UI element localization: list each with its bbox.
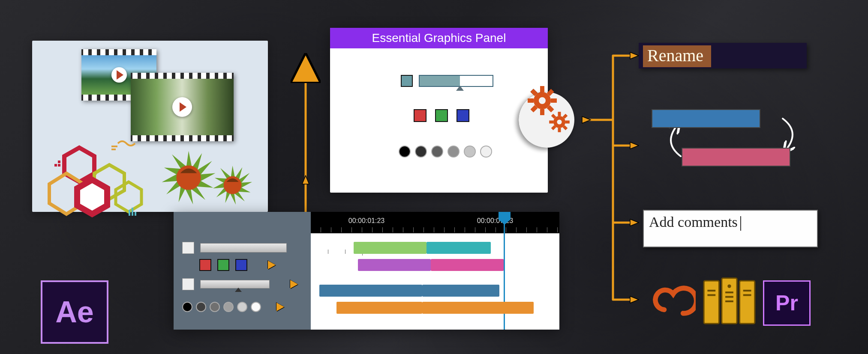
creative-cloud-icon — [651, 278, 696, 323]
layer-slider[interactable] — [200, 280, 270, 289]
svg-marker-12 — [116, 182, 141, 212]
swatch-green[interactable] — [217, 259, 229, 271]
svg-rect-35 — [707, 294, 715, 296]
rename-label: Rename — [643, 45, 711, 67]
dot-1[interactable] — [399, 146, 411, 158]
dot-6[interactable] — [480, 146, 492, 158]
layer-checkbox[interactable] — [182, 278, 194, 290]
svg-marker-6 — [630, 219, 639, 226]
play-icon — [172, 97, 192, 117]
timeline-panel: 00:00:01:23 00:00:07:23 — [174, 212, 559, 330]
track[interactable] — [422, 302, 534, 314]
svg-point-24 — [536, 95, 548, 107]
svg-marker-13 — [77, 180, 107, 214]
after-effects-icon: Ae — [41, 280, 108, 344]
time-label-1: 00:00:01:23 — [348, 217, 385, 225]
dot[interactable] — [223, 302, 234, 312]
track[interactable] — [319, 285, 422, 297]
premiere-icon: Pr — [763, 280, 811, 326]
egp-title: Essential Graphics Panel — [330, 28, 548, 48]
svg-rect-15 — [111, 149, 116, 150]
svg-rect-32 — [725, 296, 733, 297]
slider-control[interactable] — [419, 75, 493, 87]
dot-3[interactable] — [431, 146, 443, 158]
svg-rect-34 — [707, 290, 715, 292]
dot[interactable] — [182, 302, 192, 312]
layer-checkbox[interactable] — [182, 242, 194, 254]
svg-rect-29 — [739, 281, 754, 324]
layer-name-field[interactable] — [200, 243, 287, 253]
svg-marker-7 — [630, 296, 639, 303]
svg-rect-18 — [58, 164, 60, 167]
dot[interactable] — [210, 302, 220, 312]
svg-rect-14 — [111, 146, 117, 147]
egp-row-swatches — [414, 109, 469, 122]
svg-rect-33 — [725, 300, 733, 302]
track[interactable] — [426, 242, 491, 254]
film-clip-2 — [131, 73, 234, 141]
arrow-right-icon — [290, 280, 298, 289]
arrow-right-icon — [268, 261, 276, 269]
egp-row-slider — [401, 75, 493, 87]
track[interactable] — [354, 242, 426, 254]
svg-marker-3 — [302, 176, 309, 184]
reorder-bar-blue[interactable] — [652, 109, 760, 128]
reorder-graphic — [652, 109, 797, 171]
svg-marker-5 — [630, 142, 639, 149]
reorder-bar-red[interactable] — [682, 148, 790, 167]
svg-rect-17 — [54, 164, 57, 167]
gears-icon — [523, 88, 587, 152]
dot-5[interactable] — [464, 146, 476, 158]
svg-rect-31 — [725, 292, 733, 293]
burst-graphic-2 — [212, 165, 253, 205]
hexagon-graphic — [45, 135, 165, 220]
rename-field[interactable]: Rename — [639, 43, 807, 68]
swatch-teal — [401, 75, 413, 87]
dot-2[interactable] — [415, 146, 427, 158]
timeline-tracks[interactable]: /*noop*/ — [311, 233, 559, 330]
comments-field[interactable]: Add comments — [643, 210, 818, 247]
play-icon — [111, 67, 127, 83]
swatch-red[interactable] — [414, 109, 426, 122]
svg-rect-37 — [743, 294, 751, 296]
essential-graphics-panel: Essential Graphics Panel — [330, 28, 548, 193]
svg-point-26 — [555, 118, 564, 126]
svg-rect-25 — [540, 86, 544, 92]
svg-point-30 — [727, 284, 731, 288]
svg-rect-20 — [132, 208, 133, 216]
track[interactable] — [422, 285, 499, 297]
svg-rect-21 — [135, 212, 136, 216]
svg-marker-4 — [630, 52, 639, 59]
swatch-red[interactable] — [199, 259, 211, 271]
timeline-layers — [174, 212, 311, 330]
swatch-blue[interactable] — [235, 259, 247, 271]
swatch-blue[interactable] — [457, 109, 469, 122]
arrow-right-icon — [276, 303, 284, 311]
servers-icon — [703, 276, 757, 327]
dot-4[interactable] — [448, 146, 460, 158]
dot[interactable] — [237, 302, 247, 312]
svg-rect-16 — [58, 161, 60, 163]
svg-rect-27 — [704, 281, 719, 324]
track[interactable] — [336, 302, 422, 314]
swatch-green[interactable] — [435, 109, 448, 122]
track[interactable] — [358, 259, 431, 271]
dot[interactable] — [196, 302, 206, 312]
egp-row-dots — [399, 146, 492, 158]
track[interactable] — [431, 259, 504, 271]
comments-label: Add comments — [649, 214, 738, 230]
svg-rect-36 — [743, 290, 751, 292]
burst-graphic-1 — [161, 150, 216, 205]
dot[interactable] — [251, 302, 261, 312]
assets-panel — [32, 41, 268, 212]
svg-rect-19 — [129, 210, 130, 216]
